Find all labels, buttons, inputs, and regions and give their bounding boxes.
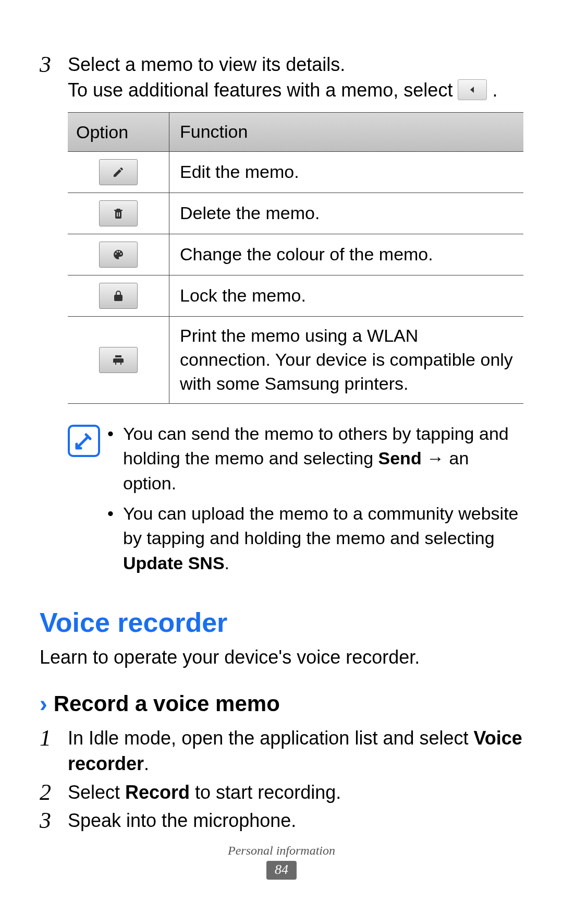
trash-icon [99, 200, 138, 226]
table-func: Change the colour of the memo. [169, 234, 523, 275]
table-row: Print the memo using a WLAN connection. … [68, 317, 523, 403]
page-footer: Personal information 84 [0, 844, 563, 880]
step-bold: Record [125, 782, 190, 803]
step-text: . [144, 753, 149, 774]
substep-2: 2 Select Record to start recording. [40, 780, 523, 806]
note-text: . [225, 553, 229, 573]
note-block: • You can send the memo to others by tap… [68, 422, 523, 581]
step-text-line1: Select a memo to view its details. [68, 54, 345, 75]
step-text-line2a: To use additional features with a memo, … [68, 79, 458, 101]
note-body: • You can send the memo to others by tap… [107, 422, 523, 581]
note-bold: Update SNS [123, 553, 225, 573]
note-text: You can upload the memo to a community w… [123, 503, 519, 548]
step-number: 2 [40, 780, 68, 804]
step-3: 3 Select a memo to view its details. To … [40, 52, 523, 103]
step-text: Speak into the microphone. [68, 810, 296, 831]
step-text-line2b: . [492, 79, 497, 101]
step-text: In Idle mode, open the application list … [68, 727, 474, 749]
section-desc: Learn to operate your device's voice rec… [40, 646, 523, 668]
step-body: Select a memo to view its details. To us… [68, 52, 523, 103]
bullet-dot: • [107, 501, 123, 576]
step-number: 3 [40, 52, 68, 76]
palette-icon [99, 242, 138, 268]
table-func: Print the memo using a WLAN connection. … [169, 317, 523, 403]
substep-1: 1 In Idle mode, open the application lis… [40, 726, 523, 776]
table-row: Edit the memo. [68, 152, 523, 193]
note-bullet: • You can upload the memo to a community… [107, 501, 523, 576]
table-header-row: Option Function [68, 113, 523, 152]
table-header-function: Function [169, 113, 523, 151]
left-arrow-icon [458, 79, 487, 100]
table-func: Edit the memo. [169, 152, 523, 193]
note-bold: Send [378, 448, 422, 468]
note-bullet: • You can send the memo to others by tap… [107, 422, 523, 496]
table-func: Delete the memo. [169, 193, 523, 234]
substep-3: 3 Speak into the microphone. [40, 808, 523, 834]
section-title: Voice recorder [40, 607, 523, 638]
subsection-heading: › Record a voice memo [40, 691, 523, 716]
footer-section-label: Personal information [0, 844, 563, 858]
step-text: Select [68, 782, 125, 803]
bullet-dot: • [107, 422, 123, 496]
options-table: Option Function Edit the memo. Delete th… [68, 112, 523, 404]
subsection-title: Record a voice memo [54, 691, 280, 716]
table-func: Lock the memo. [169, 275, 523, 316]
step-text: to start recording. [190, 782, 341, 803]
chevron-right-icon: › [40, 692, 47, 715]
page-number-badge: 84 [266, 861, 297, 880]
table-row: Change the colour of the memo. [68, 234, 523, 275]
step-number: 3 [40, 808, 68, 832]
lock-icon [99, 283, 138, 309]
table-row: Delete the memo. [68, 193, 523, 234]
note-icon [68, 425, 100, 457]
step-number: 1 [40, 726, 68, 750]
print-icon [99, 347, 138, 373]
edit-icon [99, 159, 138, 185]
table-row: Lock the memo. [68, 275, 523, 317]
table-header-option: Option [68, 113, 169, 151]
